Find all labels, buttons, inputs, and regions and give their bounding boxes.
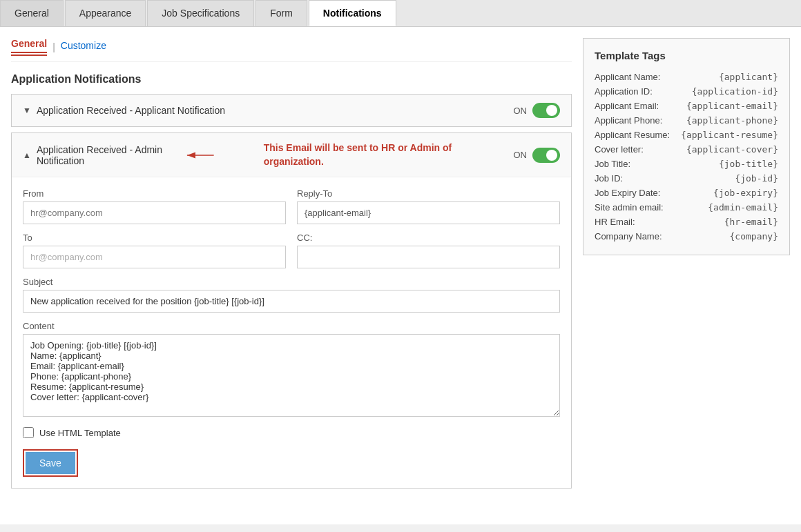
tag-row-4: Applicant Resume:{applicant-resume} — [595, 128, 778, 142]
notif2-title: Application Received - Admin Notificatio… — [37, 144, 184, 166]
to-input[interactable] — [23, 246, 286, 268]
tag-value-2: {applicant-email} — [686, 101, 778, 111]
to-group: To — [23, 233, 286, 268]
notification-header-2[interactable]: ▲ Application Received - Admin Notificat… — [12, 133, 571, 177]
content-label: Content — [23, 321, 560, 331]
tag-label-11: Company Name: — [595, 231, 662, 242]
save-button-wrapper: Save — [23, 449, 78, 477]
html-template-row: Use HTML Template — [23, 427, 560, 438]
tab-general[interactable]: General — [0, 0, 64, 26]
tab-appearance[interactable]: Appearance — [65, 0, 146, 26]
tag-value-9: {admin-email} — [708, 202, 778, 213]
subject-label: Subject — [23, 277, 560, 287]
content-textarea[interactable] — [23, 334, 560, 417]
tag-row-8: Job Expiry Date:{job-expiry} — [595, 186, 778, 200]
tag-value-6: {job-title} — [719, 159, 778, 169]
cc-label: CC: — [297, 233, 560, 243]
tag-value-1: {application-id} — [692, 86, 778, 97]
from-replyto-row: From Reply-To — [23, 188, 560, 224]
tag-row-5: Cover letter:{applicant-cover} — [595, 142, 778, 157]
replyto-group: Reply-To — [297, 188, 560, 224]
html-template-label[interactable]: Use HTML Template — [39, 428, 121, 438]
tab-form[interactable]: Form — [255, 0, 307, 26]
tag-label-9: Site admin email: — [595, 202, 664, 213]
from-label: From — [23, 188, 286, 199]
tag-label-7: Job ID: — [595, 173, 623, 184]
notification-header-1[interactable]: ▼ Application Received - Applicant Notif… — [12, 95, 571, 126]
notif2-body: From Reply-To To CC: — [12, 177, 571, 488]
sub-nav: General | Customize — [11, 38, 572, 62]
tag-value-11: {company} — [730, 231, 778, 242]
annotation-wrapper: This Email will be sent to HR or Admin o… — [184, 141, 458, 168]
left-panel: General | Customize Application Notifica… — [11, 38, 572, 513]
notif1-arrow: ▼ — [23, 106, 31, 115]
tag-row-7: Job ID:{job-id} — [595, 171, 778, 186]
tag-label-10: HR Email: — [595, 217, 635, 227]
save-button[interactable]: Save — [26, 452, 75, 474]
tag-row-0: Applicant Name:{applicant} — [595, 70, 778, 84]
tab-job-specifications[interactable]: Job Specifications — [147, 0, 254, 26]
notif2-toggle-label: ON — [514, 150, 528, 160]
notif2-arrow: ▲ — [23, 150, 31, 160]
tag-label-5: Cover letter: — [595, 144, 644, 155]
tag-label-3: Applicant Phone: — [595, 115, 662, 126]
annotation-arrow-svg — [184, 145, 217, 166]
annotation-text: This Email will be sent to HR or Admin o… — [264, 141, 459, 168]
tag-label-0: Applicant Name: — [595, 72, 660, 82]
tag-label-6: Job Title: — [595, 159, 630, 169]
notif2-toggle-slider — [532, 148, 560, 163]
notif1-header-left: ▼ Application Received - Applicant Notif… — [23, 105, 225, 116]
notif2-toggle-group: ON — [514, 148, 561, 163]
subject-input[interactable] — [23, 290, 560, 313]
notif1-toggle-label: ON — [514, 106, 528, 116]
tab-notifications[interactable]: Notifications — [309, 0, 396, 26]
active-underline — [11, 55, 47, 56]
tag-row-3: Applicant Phone:{applicant-phone} — [595, 113, 778, 128]
right-panel: Template Tags Applicant Name:{applicant}… — [583, 38, 790, 513]
subject-group: Subject — [23, 277, 560, 313]
tag-label-1: Application ID: — [595, 86, 653, 97]
cc-input[interactable] — [297, 246, 560, 268]
notif1-toggle-slider — [532, 103, 560, 118]
notification-panel-1: ▼ Application Received - Applicant Notif… — [11, 94, 572, 127]
replyto-input[interactable] — [297, 201, 560, 224]
tag-value-5: {applicant-cover} — [686, 144, 778, 155]
tag-value-7: {job-id} — [735, 173, 778, 184]
main-content: General | Customize Application Notifica… — [0, 27, 801, 524]
tag-value-3: {applicant-phone} — [686, 115, 778, 126]
to-label: To — [23, 233, 286, 243]
from-input[interactable] — [23, 201, 286, 224]
cc-group: CC: — [297, 233, 560, 268]
from-group: From — [23, 188, 286, 224]
subnav-general[interactable]: General — [11, 38, 47, 56]
notif1-toggle[interactable] — [532, 103, 560, 118]
tag-row-11: Company Name:{company} — [595, 229, 778, 244]
tag-value-4: {applicant-resume} — [681, 130, 778, 140]
notification-panel-2: ▲ Application Received - Admin Notificat… — [11, 132, 572, 489]
notif1-title: Application Received - Applicant Notific… — [37, 105, 225, 116]
section-title: Application Notifications — [11, 73, 572, 86]
tag-row-9: Site admin email:{admin-email} — [595, 200, 778, 215]
notif2-header-left: ▲ Application Received - Admin Notificat… — [23, 144, 184, 166]
template-tags-title: Template Tags — [595, 50, 778, 61]
tag-label-2: Applicant Email: — [595, 101, 659, 111]
tag-row-10: HR Email:{hr-email} — [595, 215, 778, 229]
tag-value-10: {hr-email} — [724, 217, 778, 227]
notif2-toggle[interactable] — [532, 148, 560, 163]
tag-label-4: Applicant Resume: — [595, 130, 670, 140]
tag-value-8: {job-expiry} — [713, 188, 778, 198]
notif2-header-right-wrapper: This Email will be sent to HR or Admin o… — [184, 141, 560, 168]
notif1-header-right: ON — [514, 103, 561, 118]
tag-value-0: {applicant} — [719, 72, 778, 82]
subnav-separator: | — [52, 41, 55, 52]
to-cc-row: To CC: — [23, 233, 560, 268]
tag-row-1: Application ID:{application-id} — [595, 84, 778, 99]
subnav-customize[interactable]: Customize — [61, 40, 106, 54]
template-tags-panel: Template Tags Applicant Name:{applicant}… — [583, 38, 790, 255]
html-template-checkbox[interactable] — [23, 427, 34, 438]
tags-container: Applicant Name:{applicant}Application ID… — [595, 70, 778, 244]
tab-bar: GeneralAppearanceJob SpecificationsFormN… — [0, 0, 801, 27]
replyto-label: Reply-To — [297, 188, 560, 199]
tag-label-8: Job Expiry Date: — [595, 188, 660, 198]
tag-row-6: Job Title:{job-title} — [595, 157, 778, 171]
